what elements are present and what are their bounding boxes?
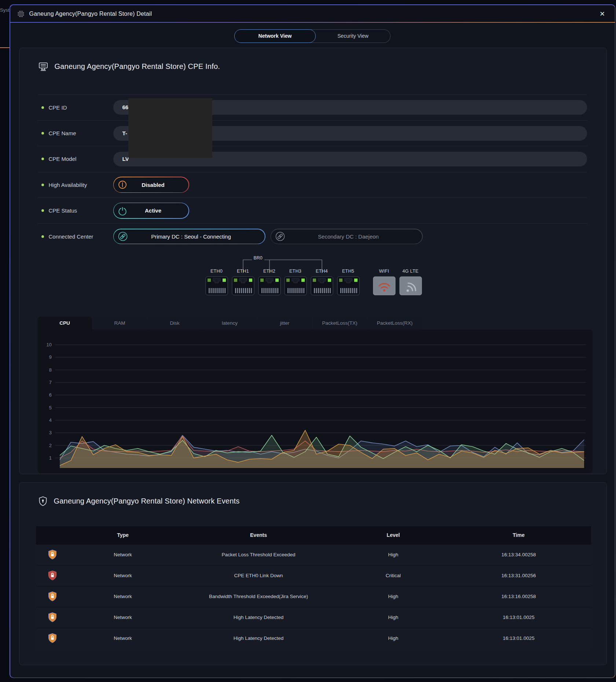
cpe-id-label: CPE ID [49,104,67,111]
port-eth3-label: ETH3 [284,269,307,274]
metric-tab-jitter[interactable]: jitter [258,317,312,329]
line-chart-svg: 10987654321 [38,329,593,473]
modal-title: Ganeung Agency(Pangyo Rental Store) Deta… [29,11,152,17]
bullet-icon [41,184,44,186]
tab-security-view[interactable]: Security View [309,29,390,43]
alert-shield-high-icon [48,591,57,602]
field-row-cpe-model: CPE Model LV [38,146,587,172]
bullet-icon [41,158,44,160]
event-row: Network Bandwidth Threshold Exceeded(Jir… [36,586,591,607]
event-text: CPE ETH0 Link Down [177,573,340,578]
view-tab-bar: Network View Security View [234,29,390,43]
port-wifi: WIFI [373,269,396,297]
high-availability-label: High Availability [49,182,87,188]
metric-tab-disk[interactable]: Disk [148,317,202,329]
field-row-cpe-name: CPE Name T- [38,120,587,146]
network-events-panel: Ganeung Agency(Pangyo Rental Store) Netw… [19,482,607,665]
cpe-status-label: CPE Status [49,207,77,214]
rj45-port-icon [337,276,360,295]
secondary-dc-chip[interactable]: Secondary DC : Daejeon [271,229,423,244]
cpe-status-value: Active [127,207,188,214]
metric-tab-packetloss-rx[interactable]: PacketLoss(RX) [368,317,422,329]
port-eth0: ETH0 [205,269,228,297]
monitor-icon [38,61,49,72]
bullet-icon [41,132,44,134]
primary-dc-chip[interactable]: Primary DC : Seoul - Connecting [113,229,265,244]
port-wifi-label: WIFI [373,269,396,274]
rj45-port-icon [232,276,254,295]
ports-area: BR0 ETH0 ETH1 [38,250,593,313]
svg-text:1: 1 [49,455,51,461]
bridge-label: BR0 [252,255,264,261]
network-events-heading: Ganeung Agency(Pangyo Rental Store) Netw… [19,483,606,507]
event-level: High [340,552,447,557]
bullet-icon [41,235,44,238]
link-icon [117,231,128,242]
alert-shield-high-icon [48,612,57,623]
col-time: Time [447,532,591,538]
metric-tab-packetloss-tx[interactable]: PacketLoss(TX) [313,317,367,329]
event-level: High [340,594,447,599]
svg-text:6: 6 [49,392,51,398]
metric-tab-bar: CPU RAM Disk latency jitter PacketLoss(T… [38,317,593,329]
port-eth5-label: ETH5 [337,269,360,274]
secondary-dc-value: Secondary DC : Daejeon [286,233,422,240]
connected-center-label: Connected Center [49,233,94,240]
events-table: Type Events Level Time Network Packet Lo… [36,526,591,649]
svg-text:3: 3 [49,430,51,435]
event-time: 16:13:31.00256 [447,573,591,578]
cpe-model-label: CPE Model [49,156,77,162]
event-level: Critical [340,573,447,578]
event-row: Network High Latency Detected High 16:13… [36,607,591,628]
wifi-icon [373,276,396,295]
col-type: Type [69,532,177,538]
tab-network-view[interactable]: Network View [234,29,316,43]
field-row-cpe-id: CPE ID 66 [38,95,587,120]
svg-text:5: 5 [49,405,51,410]
svg-text:9: 9 [49,354,51,360]
power-on-icon [118,206,127,215]
port-eth1-label: ETH1 [232,269,254,274]
port-4g-lte-label: 4G LTE [399,269,422,274]
rj45-port-icon [311,276,333,295]
cpe-status-badge: Active [113,203,189,219]
close-icon[interactable]: ✕ [598,10,607,18]
event-type: Network [69,552,177,557]
event-text: Bandwidth Threshold Exceeded(Jira Servic… [177,594,340,599]
event-type: Network [69,573,177,578]
modal-header: Ganeung Agency(Pangyo Rental Store) Deta… [10,5,615,23]
port-eth3: ETH3 [284,269,307,297]
col-events: Events [177,532,340,538]
background-clipped-text: Syst [0,7,9,13]
event-text: Packet Loss Threshold Exceeded [177,552,340,557]
high-availability-value: Disabled [127,182,188,188]
event-row: Network Packet Loss Threshold Exceeded H… [36,544,591,565]
port-eth2-label: ETH2 [258,269,281,274]
event-time: 16:13:01.0025 [447,615,591,620]
link-icon [275,231,286,242]
field-row-high-availability: High Availability Disabled [38,172,587,198]
metric-tab-ram[interactable]: RAM [93,317,147,329]
primary-dc-value: Primary DC : Seoul - Connecting [128,233,265,240]
field-row-cpe-status: CPE Status Active [38,198,587,223]
alert-shield-high-icon [48,633,57,644]
bullet-icon [41,106,44,109]
power-off-icon [118,180,127,189]
events-table-header: Type Events Level Time [36,526,591,544]
metric-chart-card: CPU RAM Disk latency jitter PacketLoss(T… [38,317,593,473]
rj45-port-icon [205,276,228,295]
port-eth1: ETH1 [232,269,254,297]
port-eth0-label: ETH0 [205,269,228,274]
high-availability-badge: Disabled [113,177,189,193]
svg-text:8: 8 [49,367,51,372]
event-time: 16:13:16.00258 [447,594,591,599]
event-level: High [340,635,447,641]
port-eth5: ETH5 [337,269,360,297]
shield-lock-icon [38,496,48,507]
event-type: Network [69,594,177,599]
metric-tab-latency[interactable]: latency [203,317,257,329]
metric-tab-cpu[interactable]: CPU [38,317,92,329]
event-row: Network CPE ETH0 Link Down Critical 16:1… [36,565,591,586]
event-level: High [340,615,447,620]
event-type: Network [69,635,177,641]
